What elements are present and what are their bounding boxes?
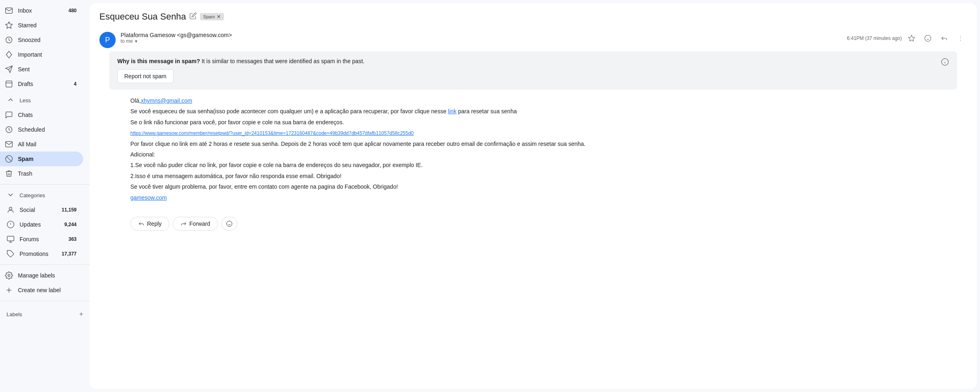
reply-button-label: Reply: [147, 220, 162, 227]
trash-icon: [5, 170, 13, 178]
categories-icon: [7, 191, 15, 200]
body-line7: 2.Isso é uma mensagem automática, por fa…: [130, 172, 957, 181]
reply-quick-button[interactable]: [938, 32, 951, 45]
allmail-icon: [5, 140, 13, 148]
sidebar-item-sent-label: Sent: [18, 66, 77, 73]
body-line4: Por favor clique no link em até 2 horas …: [130, 139, 957, 148]
to-label: to me: [121, 38, 133, 44]
avatar-letter: P: [105, 36, 110, 44]
email-subject-text: Esqueceu Sua Senha: [99, 11, 186, 22]
sidebar-item-updates[interactable]: Updates 9,244: [0, 217, 83, 232]
svg-marker-0: [6, 22, 13, 29]
sidebar-less-label: Less: [20, 97, 31, 104]
sidebar-item-social[interactable]: Social 11,159: [0, 203, 83, 217]
sidebar-item-forums[interactable]: Forums 363: [0, 232, 83, 247]
sidebar-divider-2: [0, 264, 90, 265]
more-options-button[interactable]: [954, 32, 967, 45]
star-message-button[interactable]: [905, 32, 918, 45]
svg-line-9: [7, 156, 11, 161]
manage-labels-item[interactable]: Manage labels: [0, 268, 83, 283]
forward-button[interactable]: Forward: [173, 217, 218, 231]
body-line5: Adicional:: [130, 150, 957, 159]
sidebar-item-drafts[interactable]: Drafts 4: [0, 77, 83, 91]
sidebar-item-spam-label: Spam: [18, 156, 77, 162]
labels-section: Labels +: [0, 304, 90, 322]
updates-icon: [7, 220, 15, 229]
emoji-reply-button[interactable]: [221, 217, 237, 231]
svg-point-25: [960, 36, 961, 37]
important-icon: [5, 51, 13, 59]
spam-badge-close[interactable]: ✕: [217, 14, 221, 20]
reset-url-link[interactable]: https://www.gamesow.com/member/resetpwd/…: [130, 130, 414, 136]
sidebar-forums-label: Forums: [20, 236, 64, 242]
scheduled-icon: [5, 126, 13, 134]
svg-marker-2: [6, 51, 11, 58]
sidebar-less-toggle[interactable]: Less: [0, 93, 90, 108]
sidebar-item-allmail-label: All Mail: [18, 141, 77, 148]
sidebar-promotions-label: Promotions: [20, 251, 57, 257]
email-link[interactable]: xhymns@gmail.com: [141, 97, 192, 104]
email-subject-row: Esqueceu Sua Senha Spam ✕: [99, 8, 967, 25]
sidebar-divider-3: [0, 301, 90, 301]
sidebar-updates-count: 9,244: [64, 222, 77, 227]
sidebar-item-drafts-label: Drafts: [18, 81, 69, 87]
spam-badge: Spam ✕: [200, 13, 224, 20]
svg-point-26: [960, 38, 961, 39]
reply-button[interactable]: Reply: [130, 217, 169, 231]
spam-badge-text: Spam: [203, 14, 215, 19]
sidebar-item-scheduled[interactable]: Scheduled: [0, 122, 83, 137]
body-line6: 1.Se você não puder clicar no link, por …: [130, 161, 957, 170]
spam-info-icon[interactable]: [941, 58, 949, 68]
categories-label: Categories: [20, 192, 45, 198]
email-content: P Plataforma Gamesow <gs@gamesow.com> to…: [90, 25, 977, 389]
snoozed-icon: [5, 36, 13, 44]
sender-avatar: P: [99, 32, 116, 48]
svg-rect-14: [7, 236, 14, 241]
star-icon: [5, 21, 13, 29]
sidebar-item-trash[interactable]: Trash: [0, 166, 83, 181]
spam-warning-box: Why is this message in spam? It is simil…: [109, 51, 957, 90]
manage-labels-label: Manage labels: [18, 272, 77, 279]
sidebar-item-chats[interactable]: Chats: [0, 108, 83, 122]
emoji-reaction-button[interactable]: [921, 32, 934, 45]
create-new-label-label: Create new label: [18, 287, 77, 293]
svg-rect-5: [6, 81, 12, 87]
promotions-icon: [7, 250, 15, 258]
svg-point-10: [9, 207, 12, 210]
chats-icon: [5, 111, 13, 119]
sidebar-item-snoozed[interactable]: Snoozed: [0, 33, 83, 47]
create-new-label-item[interactable]: Create new label: [0, 283, 83, 297]
sidebar-item-important[interactable]: Important: [0, 47, 83, 62]
sidebar-item-starred[interactable]: Starred: [0, 18, 83, 33]
to-line[interactable]: to me ▼: [121, 38, 842, 44]
email-body: Olá,xhymns@gmail.com Se você esqueceu de…: [99, 90, 967, 210]
sidebar-item-sent[interactable]: Sent: [0, 62, 83, 77]
to-chevron: ▼: [134, 39, 138, 44]
sender-name: Plataforma Gamesow <gs@gamesow.com>: [121, 32, 842, 38]
body-line3: Se o link não funcionar para você, por f…: [130, 118, 957, 127]
sidebar-divider: [0, 184, 90, 185]
sidebar-item-chats-label: Chats: [18, 112, 77, 118]
sidebar-item-allmail[interactable]: All Mail: [0, 137, 83, 152]
categories-header[interactable]: Categories: [0, 188, 90, 203]
message-wrapper: P Plataforma Gamesow <gs@gamesow.com> to…: [90, 25, 977, 240]
message-time: 6:41PM (37 minutes ago): [847, 35, 902, 41]
reset-link[interactable]: link: [448, 108, 457, 115]
svg-point-18: [8, 275, 10, 277]
create-label-icon: [5, 286, 13, 294]
site-link[interactable]: gamesow.com: [130, 194, 167, 201]
sidebar-item-inbox[interactable]: Inbox 480: [0, 3, 83, 18]
less-icon: [7, 96, 15, 105]
edit-icon: [189, 11, 197, 22]
body-line2: Se você esqueceu de sua senha(isso pode …: [130, 107, 957, 116]
sidebar-item-promotions[interactable]: Promotions 17,377: [0, 247, 83, 261]
sidebar-item-spam[interactable]: Spam: [0, 152, 83, 166]
inbox-icon: [5, 7, 13, 15]
email-main: Esqueceu Sua Senha Spam ✕ P Plataforma G…: [90, 3, 977, 389]
labels-add-icon[interactable]: +: [79, 311, 83, 318]
sidebar-item-inbox-label: Inbox: [18, 7, 64, 14]
spam-warning-bold: Why is this message in spam?: [117, 58, 200, 64]
report-not-spam-button[interactable]: Report not spam: [117, 69, 174, 83]
message-actions: 6:41PM (37 minutes ago): [847, 32, 967, 45]
spam-icon: [5, 155, 13, 163]
